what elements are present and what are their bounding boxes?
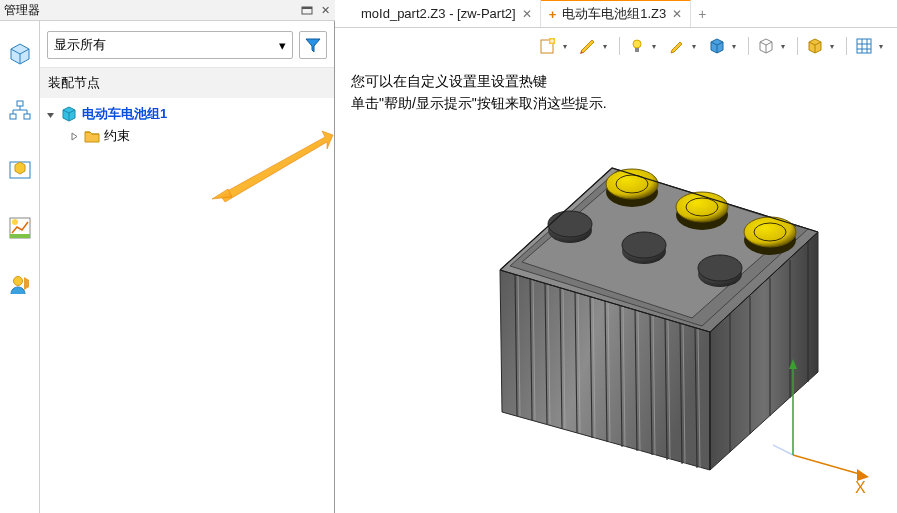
expander-open-icon[interactable] <box>44 110 56 119</box>
toolbar-edit-button[interactable] <box>577 35 599 57</box>
tab-mold-part2[interactable]: moId_part2.Z3 - [zw-Part2] ✕ <box>353 0 541 27</box>
tab-battery-assembly[interactable]: + 电动车电池组1.Z3 ✕ <box>541 0 692 27</box>
folder-icon <box>84 129 100 143</box>
toolbar-pencil-button[interactable] <box>666 35 688 57</box>
filter-row: 显示所有 ▾ <box>40 21 334 68</box>
panel-close-button[interactable]: ✕ <box>317 3 333 18</box>
svg-point-88 <box>606 169 658 199</box>
svg-marker-98 <box>789 359 797 369</box>
toolbar-separator <box>748 37 749 55</box>
svg-rect-6 <box>24 114 30 119</box>
svg-marker-24 <box>212 189 232 199</box>
viewport-toolbar: ▾ ▾ ▾ ▾ ▾ ▾ <box>537 31 889 61</box>
svg-rect-15 <box>10 234 30 238</box>
toolbar-separator <box>797 37 798 55</box>
svg-marker-17 <box>24 277 29 290</box>
dropdown-icon[interactable]: ▾ <box>827 35 837 57</box>
svg-rect-1 <box>302 7 312 9</box>
icon-user[interactable] <box>5 271 35 301</box>
svg-point-16 <box>13 277 22 286</box>
svg-rect-40 <box>857 39 871 53</box>
dropdown-icon[interactable]: ▾ <box>689 35 699 57</box>
svg-marker-22 <box>72 133 77 140</box>
svg-marker-18 <box>306 39 320 52</box>
svg-point-14 <box>12 219 18 225</box>
svg-marker-33 <box>671 42 682 53</box>
tree-root-row[interactable]: 电动车电池组1 <box>44 103 330 125</box>
left-icon-bar <box>0 21 40 513</box>
caret-down-icon: ▾ <box>279 38 286 53</box>
axis-x-label: X <box>855 479 866 495</box>
toolbar-cube-button[interactable] <box>706 35 728 57</box>
icon-cube[interactable] <box>5 39 35 69</box>
toolbar-light-button[interactable] <box>626 35 648 57</box>
dropdown-icon[interactable]: ▾ <box>876 35 886 57</box>
svg-line-99 <box>793 455 863 475</box>
svg-rect-5 <box>10 114 16 119</box>
svg-point-84 <box>622 232 666 258</box>
svg-line-101 <box>773 440 793 455</box>
tree-root-label: 电动车电池组1 <box>82 105 167 123</box>
3d-model-viewport[interactable] <box>430 122 825 482</box>
icon-box[interactable] <box>5 155 35 185</box>
icon-tree[interactable] <box>5 97 35 127</box>
hint-text: 您可以在自定义设置里设置热键 单击"帮助/显示提示"按钮来取消这些提示. <box>351 70 607 114</box>
viewport: moId_part2.Z3 - [zw-Part2] ✕ + 电动车电池组1.Z… <box>335 0 897 513</box>
expander-closed-icon[interactable] <box>68 132 80 141</box>
assembly-tree: 电动车电池组1 约束 <box>40 98 334 152</box>
tab-label: 电动车电池组1.Z3 <box>562 5 666 23</box>
manager-panel: 显示所有 ▾ 装配节点 电动车电池组1 <box>40 21 335 513</box>
toolbar-separator <box>619 37 620 55</box>
new-tab-button[interactable]: + <box>691 0 713 27</box>
toolbar-grid-button[interactable] <box>853 35 875 57</box>
hint-line2: 单击"帮助/显示提示"按钮来取消这些提示. <box>351 92 607 114</box>
svg-rect-4 <box>17 101 23 106</box>
toolbar-shaded-button[interactable] <box>804 35 826 57</box>
toolbar-wireframe-button[interactable] <box>755 35 777 57</box>
tab-close-button[interactable]: ✕ <box>522 7 532 21</box>
dropdown-icon[interactable]: ▾ <box>778 35 788 57</box>
toolbar-separator <box>846 37 847 55</box>
assembly-icon <box>60 105 78 123</box>
dropdown-icon[interactable]: ▾ <box>560 35 570 57</box>
modified-indicator: + <box>549 7 557 22</box>
dropdown-icon[interactable]: ▾ <box>600 35 610 57</box>
tab-label: moId_part2.Z3 - [zw-Part2] <box>361 6 516 21</box>
tree-header: 装配节点 <box>40 68 334 98</box>
document-tab-bar: moId_part2.Z3 - [zw-Part2] ✕ + 电动车电池组1.Z… <box>335 0 897 28</box>
toolbar-new-button[interactable] <box>537 35 559 57</box>
svg-point-31 <box>633 40 641 48</box>
svg-rect-32 <box>635 48 639 52</box>
svg-marker-29 <box>581 40 594 53</box>
svg-point-94 <box>744 217 796 247</box>
dropdown-icon[interactable]: ▾ <box>649 35 659 57</box>
tree-child-row[interactable]: 约束 <box>44 125 330 147</box>
svg-point-82 <box>548 211 592 237</box>
manager-title: 管理器 <box>4 2 299 19</box>
axis-triad: X <box>773 355 873 495</box>
manager-panel-header: 管理器 ✕ <box>0 0 335 21</box>
hint-line1: 您可以在自定义设置里设置热键 <box>351 70 607 92</box>
dropdown-icon[interactable]: ▾ <box>729 35 739 57</box>
filter-funnel-button[interactable] <box>299 31 327 59</box>
tree-child-label: 约束 <box>104 127 130 145</box>
filter-combo-text: 显示所有 <box>54 36 106 54</box>
icon-chart[interactable] <box>5 213 35 243</box>
svg-marker-19 <box>47 113 54 118</box>
svg-point-86 <box>698 255 742 281</box>
svg-marker-12 <box>15 162 25 174</box>
panel-minimize-button[interactable] <box>299 3 315 18</box>
filter-combo[interactable]: 显示所有 ▾ <box>47 31 293 59</box>
tab-close-button[interactable]: ✕ <box>672 7 682 21</box>
